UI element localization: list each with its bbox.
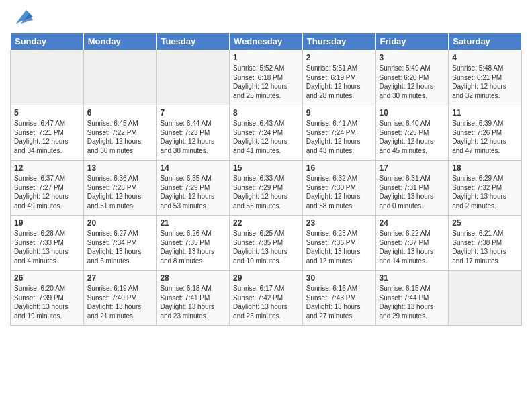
cell-content: Sunrise: 6:36 AM Sunset: 7:28 PM Dayligh…	[87, 175, 142, 210]
calendar-cell: 21Sunrise: 6:26 AM Sunset: 7:35 PM Dayli…	[157, 216, 230, 271]
day-number: 15	[233, 163, 299, 173]
calendar-cell: 5Sunrise: 6:47 AM Sunset: 7:21 PM Daylig…	[11, 105, 84, 161]
cell-content: Sunrise: 6:31 AM Sunset: 7:31 PM Dayligh…	[380, 175, 434, 210]
day-number: 17	[380, 163, 445, 173]
header	[10, 7, 522, 27]
calendar-cell: 27Sunrise: 6:19 AM Sunset: 7:40 PM Dayli…	[83, 271, 157, 326]
cell-content: Sunrise: 6:47 AM Sunset: 7:21 PM Dayligh…	[14, 120, 69, 154]
cell-content: Sunrise: 5:49 AM Sunset: 6:20 PM Dayligh…	[380, 64, 434, 99]
day-number: 25	[452, 218, 518, 228]
cell-content: Sunrise: 6:43 AM Sunset: 7:24 PM Dayligh…	[233, 120, 287, 154]
cell-content: Sunrise: 6:22 AM Sunset: 7:37 PM Dayligh…	[380, 230, 434, 265]
weekday-header-row: SundayMondayTuesdayWednesdayThursdayFrid…	[11, 33, 522, 50]
calendar-cell: 17Sunrise: 6:31 AM Sunset: 7:31 PM Dayli…	[375, 161, 449, 216]
cell-content: Sunrise: 6:23 AM Sunset: 7:36 PM Dayligh…	[306, 230, 361, 265]
calendar-cell: 16Sunrise: 6:32 AM Sunset: 7:30 PM Dayli…	[302, 161, 375, 216]
calendar-cell: 13Sunrise: 6:36 AM Sunset: 7:28 PM Dayli…	[83, 161, 157, 216]
calendar-cell: 4Sunrise: 5:48 AM Sunset: 6:21 PM Daylig…	[449, 50, 522, 105]
cell-content: Sunrise: 6:37 AM Sunset: 7:27 PM Dayligh…	[14, 175, 69, 210]
calendar-cell: 8Sunrise: 6:43 AM Sunset: 7:24 PM Daylig…	[230, 105, 303, 161]
day-number: 10	[380, 108, 445, 118]
calendar-cell: 14Sunrise: 6:35 AM Sunset: 7:29 PM Dayli…	[157, 161, 230, 216]
calendar-cell: 6Sunrise: 6:45 AM Sunset: 7:22 PM Daylig…	[83, 105, 157, 161]
cell-content: Sunrise: 6:39 AM Sunset: 7:26 PM Dayligh…	[452, 120, 506, 154]
calendar-cell: 9Sunrise: 6:41 AM Sunset: 7:24 PM Daylig…	[302, 105, 375, 161]
weekday-header-sunday: Sunday	[11, 33, 84, 50]
day-number: 30	[306, 273, 372, 283]
page-container: SundayMondayTuesdayWednesdayThursdayFrid…	[0, 0, 532, 411]
cell-content: Sunrise: 5:52 AM Sunset: 6:18 PM Dayligh…	[233, 64, 287, 99]
cell-content: Sunrise: 6:16 AM Sunset: 7:43 PM Dayligh…	[306, 285, 361, 320]
cell-content: Sunrise: 6:15 AM Sunset: 7:44 PM Dayligh…	[380, 285, 434, 320]
calendar-cell: 10Sunrise: 6:40 AM Sunset: 7:25 PM Dayli…	[375, 105, 449, 161]
day-number: 23	[306, 218, 372, 228]
calendar-cell	[157, 50, 230, 105]
day-number: 14	[160, 163, 226, 173]
day-number: 9	[306, 108, 372, 118]
calendar-cell: 19Sunrise: 6:28 AM Sunset: 7:33 PM Dayli…	[11, 216, 84, 271]
calendar-cell: 23Sunrise: 6:23 AM Sunset: 7:36 PM Dayli…	[302, 216, 375, 271]
calendar-week-row: 12Sunrise: 6:37 AM Sunset: 7:27 PM Dayli…	[11, 161, 522, 216]
day-number: 21	[160, 218, 226, 228]
calendar-cell: 12Sunrise: 6:37 AM Sunset: 7:27 PM Dayli…	[11, 161, 84, 216]
day-number: 13	[87, 163, 153, 173]
calendar-cell: 11Sunrise: 6:39 AM Sunset: 7:26 PM Dayli…	[449, 105, 522, 161]
cell-content: Sunrise: 6:20 AM Sunset: 7:39 PM Dayligh…	[14, 285, 69, 320]
calendar-table: SundayMondayTuesdayWednesdayThursdayFrid…	[10, 32, 522, 326]
calendar-cell: 1Sunrise: 5:52 AM Sunset: 6:18 PM Daylig…	[230, 50, 303, 105]
calendar-cell: 26Sunrise: 6:20 AM Sunset: 7:39 PM Dayli…	[11, 271, 84, 326]
calendar-week-row: 5Sunrise: 6:47 AM Sunset: 7:21 PM Daylig…	[11, 105, 522, 161]
calendar-week-row: 19Sunrise: 6:28 AM Sunset: 7:33 PM Dayli…	[11, 216, 522, 271]
day-number: 8	[233, 108, 299, 118]
calendar-week-row: 26Sunrise: 6:20 AM Sunset: 7:39 PM Dayli…	[11, 271, 522, 326]
cell-content: Sunrise: 6:19 AM Sunset: 7:40 PM Dayligh…	[87, 285, 142, 320]
day-number: 1	[233, 53, 299, 62]
calendar-cell: 28Sunrise: 6:18 AM Sunset: 7:41 PM Dayli…	[157, 271, 230, 326]
cell-content: Sunrise: 6:18 AM Sunset: 7:41 PM Dayligh…	[160, 285, 214, 320]
cell-content: Sunrise: 6:17 AM Sunset: 7:42 PM Dayligh…	[233, 285, 287, 320]
calendar-cell	[11, 50, 84, 105]
day-number: 29	[233, 273, 299, 283]
day-number: 18	[452, 163, 518, 173]
calendar-cell: 22Sunrise: 6:25 AM Sunset: 7:35 PM Dayli…	[230, 216, 303, 271]
cell-content: Sunrise: 6:41 AM Sunset: 7:24 PM Dayligh…	[306, 120, 361, 154]
weekday-header-thursday: Thursday	[302, 33, 375, 50]
calendar-cell: 7Sunrise: 6:44 AM Sunset: 7:23 PM Daylig…	[157, 105, 230, 161]
day-number: 12	[14, 163, 80, 173]
weekday-header-friday: Friday	[375, 33, 449, 50]
cell-content: Sunrise: 6:33 AM Sunset: 7:29 PM Dayligh…	[233, 175, 287, 210]
cell-content: Sunrise: 5:51 AM Sunset: 6:19 PM Dayligh…	[306, 64, 361, 99]
day-number: 3	[380, 53, 445, 62]
logo	[10, 7, 33, 27]
day-number: 2	[306, 53, 372, 62]
cell-content: Sunrise: 6:45 AM Sunset: 7:22 PM Dayligh…	[87, 120, 142, 154]
weekday-header-saturday: Saturday	[449, 33, 522, 50]
cell-content: Sunrise: 6:27 AM Sunset: 7:34 PM Dayligh…	[87, 230, 142, 265]
cell-content: Sunrise: 6:26 AM Sunset: 7:35 PM Dayligh…	[160, 230, 214, 265]
calendar-cell: 18Sunrise: 6:29 AM Sunset: 7:32 PM Dayli…	[449, 161, 522, 216]
day-number: 28	[160, 273, 226, 283]
calendar-cell: 2Sunrise: 5:51 AM Sunset: 6:19 PM Daylig…	[302, 50, 375, 105]
day-number: 16	[306, 163, 372, 173]
calendar-cell	[83, 50, 157, 105]
day-number: 20	[87, 218, 153, 228]
cell-content: Sunrise: 5:48 AM Sunset: 6:21 PM Dayligh…	[452, 64, 506, 99]
weekday-header-wednesday: Wednesday	[230, 33, 303, 50]
cell-content: Sunrise: 6:35 AM Sunset: 7:29 PM Dayligh…	[160, 175, 214, 210]
day-number: 27	[87, 273, 153, 283]
cell-content: Sunrise: 6:40 AM Sunset: 7:25 PM Dayligh…	[380, 120, 434, 154]
weekday-header-monday: Monday	[83, 33, 157, 50]
calendar-cell: 3Sunrise: 5:49 AM Sunset: 6:20 PM Daylig…	[375, 50, 449, 105]
day-number: 24	[380, 218, 445, 228]
cell-content: Sunrise: 6:25 AM Sunset: 7:35 PM Dayligh…	[233, 230, 287, 265]
cell-content: Sunrise: 6:44 AM Sunset: 7:23 PM Dayligh…	[160, 120, 214, 154]
day-number: 5	[14, 108, 80, 118]
calendar-cell: 15Sunrise: 6:33 AM Sunset: 7:29 PM Dayli…	[230, 161, 303, 216]
calendar-cell	[449, 271, 522, 326]
day-number: 22	[233, 218, 299, 228]
day-number: 11	[452, 108, 518, 118]
calendar-cell: 24Sunrise: 6:22 AM Sunset: 7:37 PM Dayli…	[375, 216, 449, 271]
day-number: 19	[14, 218, 80, 228]
day-number: 7	[160, 108, 226, 118]
logo-text-block	[10, 7, 33, 27]
